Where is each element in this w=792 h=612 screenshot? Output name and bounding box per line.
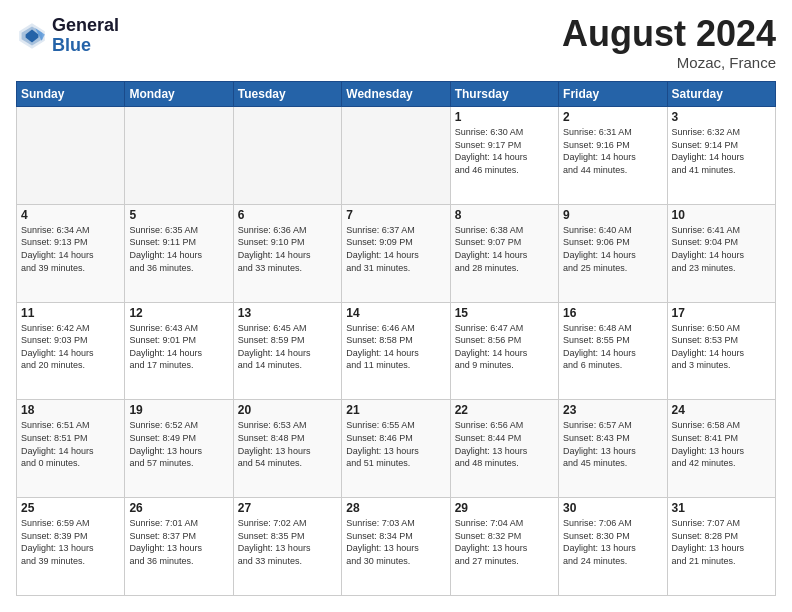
col-wednesday: Wednesday: [342, 82, 450, 107]
table-row: 20Sunrise: 6:53 AM Sunset: 8:48 PM Dayli…: [233, 400, 341, 498]
day-info: Sunrise: 6:55 AM Sunset: 8:46 PM Dayligh…: [346, 419, 445, 469]
day-number: 17: [672, 306, 771, 320]
table-row: 14Sunrise: 6:46 AM Sunset: 8:58 PM Dayli…: [342, 302, 450, 400]
day-number: 10: [672, 208, 771, 222]
day-info: Sunrise: 6:32 AM Sunset: 9:14 PM Dayligh…: [672, 126, 771, 176]
location: Mozac, France: [562, 54, 776, 71]
table-row: 22Sunrise: 6:56 AM Sunset: 8:44 PM Dayli…: [450, 400, 558, 498]
day-info: Sunrise: 7:06 AM Sunset: 8:30 PM Dayligh…: [563, 517, 662, 567]
table-row: 25Sunrise: 6:59 AM Sunset: 8:39 PM Dayli…: [17, 498, 125, 596]
day-number: 11: [21, 306, 120, 320]
day-number: 7: [346, 208, 445, 222]
table-row: 27Sunrise: 7:02 AM Sunset: 8:35 PM Dayli…: [233, 498, 341, 596]
day-number: 20: [238, 403, 337, 417]
table-row: 17Sunrise: 6:50 AM Sunset: 8:53 PM Dayli…: [667, 302, 775, 400]
day-number: 24: [672, 403, 771, 417]
day-info: Sunrise: 6:58 AM Sunset: 8:41 PM Dayligh…: [672, 419, 771, 469]
title-block: August 2024 Mozac, France: [562, 16, 776, 71]
day-info: Sunrise: 6:47 AM Sunset: 8:56 PM Dayligh…: [455, 322, 554, 372]
table-row: 28Sunrise: 7:03 AM Sunset: 8:34 PM Dayli…: [342, 498, 450, 596]
day-info: Sunrise: 6:30 AM Sunset: 9:17 PM Dayligh…: [455, 126, 554, 176]
calendar-week-2: 4Sunrise: 6:34 AM Sunset: 9:13 PM Daylig…: [17, 204, 776, 302]
table-row: 24Sunrise: 6:58 AM Sunset: 8:41 PM Dayli…: [667, 400, 775, 498]
month-title: August 2024: [562, 16, 776, 52]
day-info: Sunrise: 6:52 AM Sunset: 8:49 PM Dayligh…: [129, 419, 228, 469]
table-row: [342, 107, 450, 205]
logo-icon: [16, 20, 48, 52]
day-number: 25: [21, 501, 120, 515]
day-number: 27: [238, 501, 337, 515]
table-row: 7Sunrise: 6:37 AM Sunset: 9:09 PM Daylig…: [342, 204, 450, 302]
table-row: 12Sunrise: 6:43 AM Sunset: 9:01 PM Dayli…: [125, 302, 233, 400]
day-info: Sunrise: 6:38 AM Sunset: 9:07 PM Dayligh…: [455, 224, 554, 274]
day-info: Sunrise: 6:41 AM Sunset: 9:04 PM Dayligh…: [672, 224, 771, 274]
day-info: Sunrise: 6:34 AM Sunset: 9:13 PM Dayligh…: [21, 224, 120, 274]
day-info: Sunrise: 6:36 AM Sunset: 9:10 PM Dayligh…: [238, 224, 337, 274]
day-number: 4: [21, 208, 120, 222]
table-row: 13Sunrise: 6:45 AM Sunset: 8:59 PM Dayli…: [233, 302, 341, 400]
table-row: 8Sunrise: 6:38 AM Sunset: 9:07 PM Daylig…: [450, 204, 558, 302]
table-row: 2Sunrise: 6:31 AM Sunset: 9:16 PM Daylig…: [559, 107, 667, 205]
day-number: 23: [563, 403, 662, 417]
day-info: Sunrise: 6:42 AM Sunset: 9:03 PM Dayligh…: [21, 322, 120, 372]
logo-text: General Blue: [52, 16, 119, 56]
day-info: Sunrise: 6:57 AM Sunset: 8:43 PM Dayligh…: [563, 419, 662, 469]
col-tuesday: Tuesday: [233, 82, 341, 107]
day-number: 12: [129, 306, 228, 320]
day-info: Sunrise: 6:59 AM Sunset: 8:39 PM Dayligh…: [21, 517, 120, 567]
day-number: 19: [129, 403, 228, 417]
table-row: 23Sunrise: 6:57 AM Sunset: 8:43 PM Dayli…: [559, 400, 667, 498]
day-number: 15: [455, 306, 554, 320]
col-sunday: Sunday: [17, 82, 125, 107]
table-row: 6Sunrise: 6:36 AM Sunset: 9:10 PM Daylig…: [233, 204, 341, 302]
day-number: 18: [21, 403, 120, 417]
day-info: Sunrise: 6:53 AM Sunset: 8:48 PM Dayligh…: [238, 419, 337, 469]
col-monday: Monday: [125, 82, 233, 107]
table-row: 10Sunrise: 6:41 AM Sunset: 9:04 PM Dayli…: [667, 204, 775, 302]
day-info: Sunrise: 7:04 AM Sunset: 8:32 PM Dayligh…: [455, 517, 554, 567]
day-info: Sunrise: 7:03 AM Sunset: 8:34 PM Dayligh…: [346, 517, 445, 567]
calendar-week-5: 25Sunrise: 6:59 AM Sunset: 8:39 PM Dayli…: [17, 498, 776, 596]
calendar-header-row: Sunday Monday Tuesday Wednesday Thursday…: [17, 82, 776, 107]
calendar-table: Sunday Monday Tuesday Wednesday Thursday…: [16, 81, 776, 596]
col-friday: Friday: [559, 82, 667, 107]
table-row: 15Sunrise: 6:47 AM Sunset: 8:56 PM Dayli…: [450, 302, 558, 400]
table-row: 18Sunrise: 6:51 AM Sunset: 8:51 PM Dayli…: [17, 400, 125, 498]
day-info: Sunrise: 6:51 AM Sunset: 8:51 PM Dayligh…: [21, 419, 120, 469]
day-number: 31: [672, 501, 771, 515]
calendar-week-3: 11Sunrise: 6:42 AM Sunset: 9:03 PM Dayli…: [17, 302, 776, 400]
day-number: 13: [238, 306, 337, 320]
table-row: 3Sunrise: 6:32 AM Sunset: 9:14 PM Daylig…: [667, 107, 775, 205]
day-number: 8: [455, 208, 554, 222]
day-info: Sunrise: 6:46 AM Sunset: 8:58 PM Dayligh…: [346, 322, 445, 372]
table-row: 11Sunrise: 6:42 AM Sunset: 9:03 PM Dayli…: [17, 302, 125, 400]
day-info: Sunrise: 6:37 AM Sunset: 9:09 PM Dayligh…: [346, 224, 445, 274]
table-row: 16Sunrise: 6:48 AM Sunset: 8:55 PM Dayli…: [559, 302, 667, 400]
day-info: Sunrise: 6:50 AM Sunset: 8:53 PM Dayligh…: [672, 322, 771, 372]
day-info: Sunrise: 6:45 AM Sunset: 8:59 PM Dayligh…: [238, 322, 337, 372]
day-info: Sunrise: 6:35 AM Sunset: 9:11 PM Dayligh…: [129, 224, 228, 274]
day-info: Sunrise: 6:56 AM Sunset: 8:44 PM Dayligh…: [455, 419, 554, 469]
table-row: [125, 107, 233, 205]
table-row: [17, 107, 125, 205]
calendar-week-1: 1Sunrise: 6:30 AM Sunset: 9:17 PM Daylig…: [17, 107, 776, 205]
header: General Blue August 2024 Mozac, France: [16, 16, 776, 71]
table-row: 29Sunrise: 7:04 AM Sunset: 8:32 PM Dayli…: [450, 498, 558, 596]
day-number: 5: [129, 208, 228, 222]
day-info: Sunrise: 7:01 AM Sunset: 8:37 PM Dayligh…: [129, 517, 228, 567]
day-number: 16: [563, 306, 662, 320]
day-number: 29: [455, 501, 554, 515]
logo: General Blue: [16, 16, 119, 56]
day-number: 3: [672, 110, 771, 124]
table-row: 26Sunrise: 7:01 AM Sunset: 8:37 PM Dayli…: [125, 498, 233, 596]
col-saturday: Saturday: [667, 82, 775, 107]
day-info: Sunrise: 7:07 AM Sunset: 8:28 PM Dayligh…: [672, 517, 771, 567]
table-row: [233, 107, 341, 205]
day-number: 30: [563, 501, 662, 515]
day-number: 9: [563, 208, 662, 222]
table-row: 4Sunrise: 6:34 AM Sunset: 9:13 PM Daylig…: [17, 204, 125, 302]
day-number: 22: [455, 403, 554, 417]
page: General Blue August 2024 Mozac, France S…: [0, 0, 792, 612]
day-number: 14: [346, 306, 445, 320]
day-info: Sunrise: 6:31 AM Sunset: 9:16 PM Dayligh…: [563, 126, 662, 176]
